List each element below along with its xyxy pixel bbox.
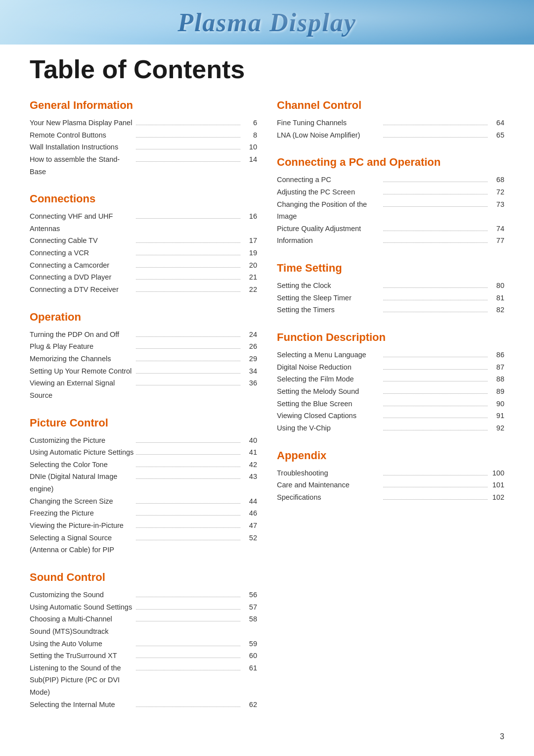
toc-item: Specifications102 — [277, 491, 504, 504]
toc-item-page: 82 — [490, 304, 504, 316]
toc-item-dots — [136, 515, 240, 516]
toc-item: Customizing the Picture40 — [30, 434, 257, 447]
toc-item-dots — [383, 312, 488, 312]
toc-item: Using Automatic Sound Settings57 — [30, 601, 257, 614]
toc-item-dots — [136, 609, 240, 610]
toc-item-page: 22 — [242, 284, 257, 296]
toc-item-text: Specifications — [277, 491, 381, 504]
toc-item-dots — [136, 361, 240, 361]
toc-item-dots — [136, 149, 240, 149]
toc-item-text: Freezing the Picture — [30, 507, 134, 520]
toc-item: Selecting a Menu Language86 — [277, 349, 504, 361]
toc-item: Selecting the Internal Mute62 — [30, 699, 257, 711]
toc-item-text: Information — [277, 235, 381, 247]
section-operation: OperationTurning the PDP On and Off24Plu… — [30, 311, 257, 402]
toc-item: Choosing a Multi-Channel Sound (MTS)Soun… — [30, 613, 257, 637]
toc-item-dots — [136, 527, 240, 528]
toc-item-page: 58 — [242, 613, 257, 625]
toc-item-page: 91 — [490, 410, 504, 422]
toc-item: Connecting a VCR19 — [30, 247, 257, 259]
toc-item-page: 65 — [490, 129, 504, 142]
toc-item-page: 14 — [242, 153, 257, 166]
toc-item-text: Selecting a Menu Language — [277, 349, 381, 361]
toc-item-dots — [136, 373, 240, 374]
toc-item: Setting the Blue Screen90 — [277, 398, 504, 410]
toc-item-page: 42 — [242, 459, 257, 471]
toc-item-text: Connecting a DTV Receiver — [30, 284, 134, 296]
toc-item-text: Changing the Position of the Image — [277, 198, 381, 223]
toc-item: Memorizing the Channels29 — [30, 353, 257, 365]
toc-item-page: 80 — [490, 280, 504, 292]
toc-item: Using Automatic Picture Settings41 — [30, 446, 257, 459]
toc-item-text: Digital Noise Reduction — [277, 361, 381, 374]
toc-item: Plug & Play Feature26 — [30, 340, 257, 353]
toc-item-text: Setting the Clock — [277, 280, 381, 292]
section-connecting-pc: Connecting a PC and OperationConnecting … — [277, 156, 504, 247]
toc-item-page: 34 — [242, 365, 257, 378]
toc-item-dots — [383, 357, 488, 357]
left-column: General InformationYour New Plasma Displ… — [30, 99, 257, 725]
toc-item: Changing the Screen Size44 — [30, 495, 257, 508]
toc-item-text: Setting the TruSurround XT — [30, 650, 134, 662]
toc-item-text: Selecting the Film Mode — [277, 373, 381, 385]
toc-item: Setting the Clock80 — [277, 280, 504, 292]
toc-item: Connecting a PC68 — [277, 174, 504, 186]
section-title-general-information: General Information — [30, 99, 257, 112]
toc-item-text: Setting the Melody Sound — [277, 385, 381, 398]
toc-item-text: Connecting a VCR — [30, 247, 134, 259]
toc-item: Connecting a DTV Receiver22 — [30, 284, 257, 296]
toc-item-page: 57 — [242, 601, 257, 614]
right-column: Channel ControlFine Tuning Channels64LNA… — [277, 99, 504, 725]
toc-item-dots — [383, 287, 488, 288]
toc-item-dots — [136, 385, 240, 385]
toc-item: Fine Tuning Channels64 — [277, 117, 504, 129]
toc-item-text: DNIe (Digital Natural Image engine) — [30, 471, 134, 495]
toc-item-page: 77 — [490, 235, 504, 247]
toc-item-text: Selecting the Internal Mute — [30, 699, 134, 711]
toc-item-dots — [136, 279, 240, 280]
toc-item: Your New Plasma Display Panel6 — [30, 117, 257, 129]
toc-item-text: Turning the PDP On and Off — [30, 329, 134, 341]
toc-item-dots — [383, 418, 488, 418]
toc-item-dots — [136, 218, 240, 219]
toc-item: Viewing an External Signal Source36 — [30, 377, 257, 401]
toc-item-page: 26 — [242, 340, 257, 353]
toc-item: How to assemble the Stand-Base14 — [30, 153, 257, 178]
toc-item-text: Memorizing the Channels — [30, 353, 134, 365]
toc-item-text: Using the V-Chip — [277, 422, 381, 434]
section-channel-control: Channel ControlFine Tuning Channels64LNA… — [277, 99, 504, 141]
toc-item-page: 43 — [242, 471, 257, 483]
toc-item-dots — [136, 540, 240, 540]
toc-item-dots — [383, 194, 488, 194]
toc-item-dots — [383, 182, 488, 182]
toc-item-page: 90 — [490, 398, 504, 410]
toc-item-page: 68 — [490, 174, 504, 186]
toc-item-dots — [136, 670, 240, 670]
toc-item-text: Fine Tuning Channels — [277, 117, 381, 129]
toc-item: Changing the Position of the Image73 — [277, 198, 504, 223]
toc-item: Viewing Closed Captions91 — [277, 410, 504, 422]
toc-item: Using the Auto Volume59 — [30, 638, 257, 650]
section-connections: ConnectionsConnecting VHF and UHF Antenn… — [30, 192, 257, 295]
toc-item-page: 10 — [242, 141, 257, 153]
toc-item-page: 41 — [242, 446, 257, 459]
toc-item-text: Care and Maintenance — [277, 479, 381, 491]
toc-item: Selecting the Color Tone42 — [30, 459, 257, 471]
toc-item-page: 81 — [490, 292, 504, 304]
toc-item: Connecting a DVD Player21 — [30, 271, 257, 284]
toc-item: LNA (Low Noise Amplifier)65 — [277, 129, 504, 142]
toc-item-dots — [136, 478, 240, 479]
toc-item-dots — [383, 242, 488, 243]
toc-item-text: How to assemble the Stand-Base — [30, 153, 134, 178]
section-time-setting: Time SettingSetting the Clock80Setting t… — [277, 262, 504, 316]
toc-item-page: 17 — [242, 235, 257, 247]
toc-item-dots — [136, 161, 240, 162]
section-title-function-description: Function Description — [277, 331, 504, 344]
toc-item-page: 21 — [242, 271, 257, 284]
section-title-operation: Operation — [30, 311, 257, 324]
toc-item-text: Picture Quality Adjustment — [277, 223, 381, 235]
toc-item-text: Listening to the Sound of the Sub(PIP) P… — [30, 662, 134, 699]
toc-item-text: Selecting the Color Tone — [30, 459, 134, 471]
toc-item-dots — [136, 658, 240, 658]
page-title: Table of Contents — [0, 45, 534, 89]
